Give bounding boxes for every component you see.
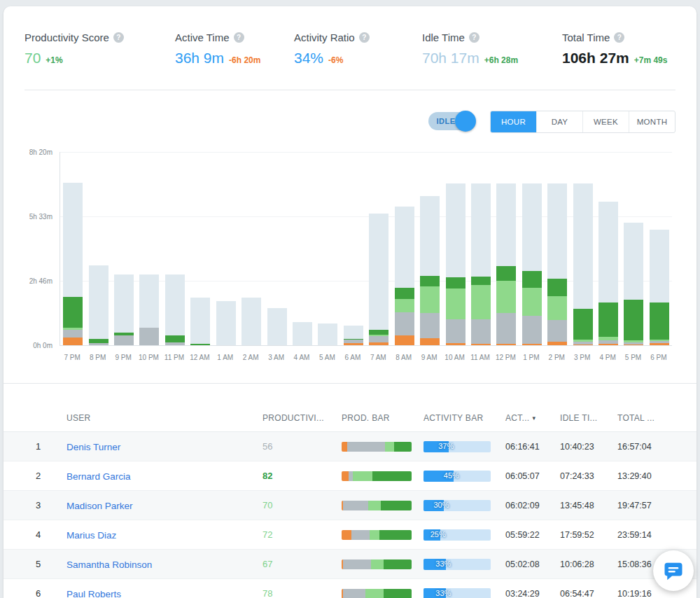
bar-segment-productive[interactable] (63, 297, 83, 328)
chart-bar-8-pm[interactable] (89, 265, 108, 345)
bar-segment-unproductive[interactable] (598, 344, 618, 345)
activity-bar[interactable]: 33% (424, 559, 491, 570)
chart-bar-11-pm[interactable] (165, 274, 185, 345)
bar-segment-productive[interactable] (369, 330, 388, 335)
chart-bar-5-pm[interactable] (624, 223, 643, 345)
bar-segment-idle[interactable] (241, 298, 261, 345)
column-header-activity-bar[interactable]: ACTIVITY BAR (424, 413, 505, 423)
chart-bar-2-am[interactable] (241, 298, 261, 345)
bar-segment-unproductive[interactable] (344, 343, 363, 345)
chart-bar-9-am[interactable] (420, 196, 440, 345)
chart-bar-1-am[interactable] (216, 301, 236, 345)
bar-segment-idle[interactable] (139, 274, 159, 328)
tab-week[interactable]: WEEK (582, 111, 629, 132)
bar-segment-unproductive[interactable] (547, 342, 567, 346)
bar-segment-idle[interactable] (650, 230, 669, 303)
bar-segment-productive[interactable] (547, 279, 567, 296)
chart-bar-9-pm[interactable] (114, 274, 134, 345)
column-header-total[interactable]: TOTAL ... (617, 413, 679, 423)
chart-bar-4-am[interactable] (293, 322, 312, 345)
bar-segment-idle[interactable] (89, 265, 108, 339)
bar-segment-idle[interactable] (63, 183, 83, 297)
productivity-bar[interactable] (342, 530, 412, 540)
chart-bar-6-am[interactable] (344, 326, 363, 345)
bar-segment-unproductive[interactable] (395, 335, 414, 345)
help-icon[interactable]: ? (113, 32, 124, 43)
chart-bar-10-am[interactable] (446, 183, 465, 345)
bar-segment-productive_light[interactable] (395, 299, 414, 312)
activity-bar[interactable]: 33% (424, 588, 491, 598)
chart-bar-7-pm[interactable] (63, 183, 83, 345)
bar-segment-neutral[interactable] (547, 320, 567, 341)
user-link[interactable]: Madison Parker (66, 501, 133, 511)
user-link[interactable]: Samantha Robinson (66, 559, 152, 570)
column-header-user[interactable]: USER (66, 413, 262, 423)
productivity-bar[interactable] (342, 559, 412, 569)
chart-bar-6-pm[interactable] (650, 230, 669, 345)
chart-bar-7-am[interactable] (369, 214, 388, 345)
help-icon[interactable]: ? (614, 32, 624, 43)
bar-segment-unproductive[interactable] (496, 344, 516, 345)
bar-segment-idle[interactable] (369, 214, 388, 330)
bar-segment-idle[interactable] (598, 202, 618, 303)
chart-bar-1-pm[interactable] (522, 183, 542, 345)
chat-launcher-button[interactable] (653, 550, 694, 591)
column-header-idle-ti[interactable]: IDLE TI... (560, 413, 617, 423)
help-icon[interactable]: ? (469, 32, 479, 43)
activity-bar[interactable]: 37% (424, 441, 491, 452)
bar-segment-idle[interactable] (114, 274, 134, 333)
bar-segment-productive[interactable] (522, 271, 542, 288)
chart-bar-12-pm[interactable] (496, 183, 516, 345)
bar-segment-productive_light[interactable] (547, 296, 567, 320)
bar-segment-idle[interactable] (395, 207, 414, 288)
bar-segment-productive_light[interactable] (522, 288, 542, 316)
tab-month[interactable]: MONTH (629, 111, 675, 132)
bar-segment-neutral[interactable] (420, 313, 440, 338)
activity-bar[interactable]: 30% (424, 500, 491, 511)
bar-segment-productive[interactable] (573, 309, 593, 340)
bar-segment-unproductive[interactable] (573, 345, 593, 345)
activity-bar[interactable]: 25% (424, 529, 491, 541)
bar-segment-neutral[interactable] (139, 328, 159, 345)
bar-segment-neutral[interactable] (496, 313, 516, 344)
bar-segment-unproductive[interactable] (63, 338, 83, 345)
column-header-prod-bar[interactable]: PROD. BAR (342, 413, 424, 423)
productivity-bar[interactable] (342, 501, 412, 510)
bar-segment-unproductive[interactable] (471, 344, 491, 345)
bar-segment-neutral[interactable] (114, 335, 134, 345)
bar-segment-productive_light[interactable] (496, 281, 516, 312)
column-header-act[interactable]: ACT...▾ (505, 413, 560, 423)
bar-segment-productive[interactable] (471, 277, 491, 285)
user-link[interactable]: Denis Turner (66, 442, 120, 452)
chart-bar-10-pm[interactable] (139, 274, 159, 345)
bar-segment-unproductive[interactable] (624, 345, 643, 345)
bar-segment-idle[interactable] (547, 183, 567, 279)
chart-bar-12-am[interactable] (190, 298, 210, 345)
bar-segment-productive[interactable] (190, 344, 210, 345)
bar-segment-productive[interactable] (165, 335, 185, 342)
bar-segment-unproductive[interactable] (446, 343, 465, 345)
bar-segment-productive_light[interactable] (420, 286, 440, 314)
help-icon[interactable]: ? (234, 32, 244, 43)
user-link[interactable]: Paul Roberts (66, 589, 121, 598)
bar-segment-idle[interactable] (624, 223, 643, 300)
bar-segment-idle[interactable] (190, 298, 210, 344)
bar-segment-productive[interactable] (650, 303, 669, 339)
bar-segment-productive[interactable] (89, 339, 108, 344)
bar-segment-unproductive[interactable] (369, 342, 388, 345)
bar-segment-neutral[interactable] (165, 342, 185, 345)
bar-segment-neutral[interactable] (395, 312, 414, 335)
help-icon[interactable]: ? (359, 32, 370, 43)
bar-segment-productive[interactable] (395, 288, 414, 299)
productivity-bar[interactable] (342, 442, 412, 452)
column-header-productivi[interactable]: PRODUCTIVI... (262, 413, 342, 423)
bar-segment-productive[interactable] (598, 303, 618, 338)
bar-segment-idle[interactable] (522, 183, 542, 270)
bar-segment-productive_light[interactable] (471, 285, 491, 319)
chart-bar-3-pm[interactable] (573, 183, 593, 345)
bar-segment-idle[interactable] (471, 183, 491, 277)
bar-segment-unproductive[interactable] (522, 344, 542, 345)
chart-bar-3-am[interactable] (267, 308, 287, 345)
bar-segment-productive[interactable] (496, 266, 516, 281)
chart-bar-8-am[interactable] (395, 207, 414, 345)
